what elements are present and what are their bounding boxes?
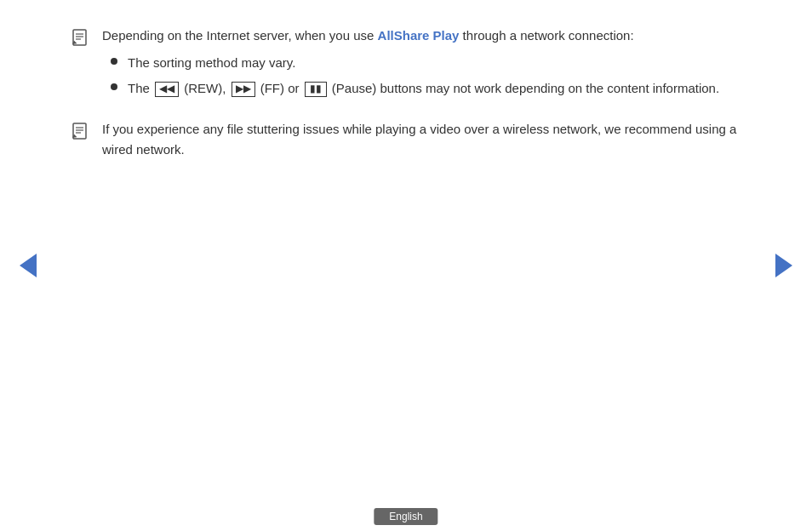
bullet-item-2: The ◀◀ (REW), ▶▶ (FF) or ▮▮ (Pause) butt… bbox=[111, 78, 744, 99]
nav-left-button[interactable] bbox=[15, 253, 41, 278]
bullet-dot-1 bbox=[111, 58, 117, 65]
main-content: Depending on the Internet server, when y… bbox=[0, 9, 812, 192]
nav-right-button[interactable] bbox=[771, 253, 797, 278]
pause-button-icon: ▮▮ bbox=[305, 82, 327, 97]
bullet-text-1: The sorting method may vary. bbox=[128, 53, 295, 73]
bullet-item-1: The sorting method may vary. bbox=[111, 53, 744, 73]
allshare-link[interactable]: AllShare Play bbox=[378, 28, 460, 43]
note-block-1: Depending on the Internet server, when y… bbox=[68, 26, 744, 104]
rew-button-icon: ◀◀ bbox=[155, 82, 179, 97]
note-2-text: If you experience any file stuttering is… bbox=[102, 119, 744, 160]
bullet-text-2: The ◀◀ (REW), ▶▶ (FF) or ▮▮ (Pause) butt… bbox=[128, 78, 719, 99]
bullet-list-1: The sorting method may vary. The ◀◀ (REW… bbox=[111, 53, 744, 99]
note-icon-1 bbox=[68, 26, 92, 49]
note-block-2: If you experience any file stuttering is… bbox=[68, 119, 744, 160]
language-bar: English bbox=[374, 508, 437, 522]
note-1-text-before-link: Depending on the Internet server, when y… bbox=[102, 28, 378, 43]
note-1-text-after-link: through a network connection: bbox=[459, 28, 633, 43]
bullet-dot-2 bbox=[111, 83, 117, 90]
left-arrow-icon bbox=[20, 254, 37, 277]
note-icon-2 bbox=[68, 119, 92, 143]
ff-button-icon: ▶▶ bbox=[232, 82, 255, 97]
language-badge: English bbox=[374, 508, 437, 525]
right-arrow-icon bbox=[775, 254, 792, 277]
note-1-text: Depending on the Internet server, when y… bbox=[102, 26, 744, 104]
